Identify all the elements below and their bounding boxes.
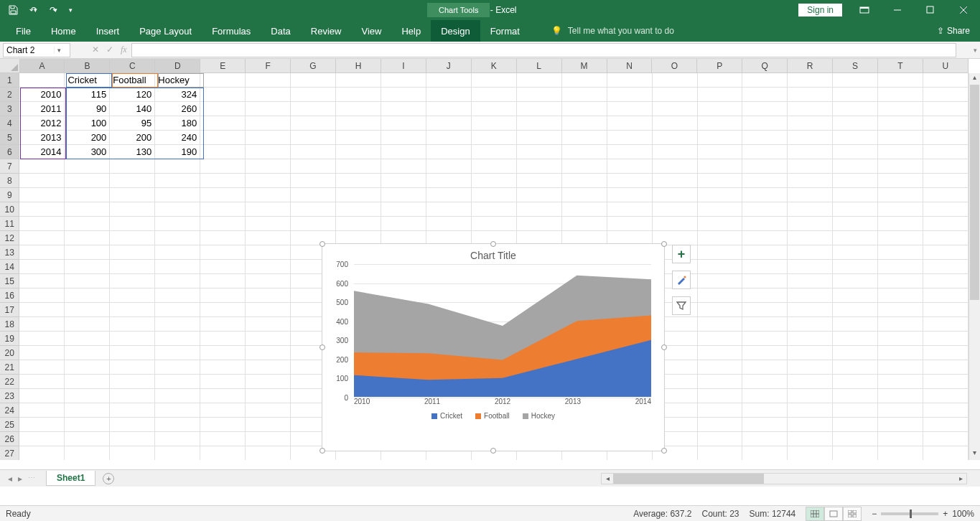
cell[interactable] xyxy=(426,131,472,145)
cell[interactable] xyxy=(200,102,246,116)
cell[interactable] xyxy=(110,403,155,418)
tab-view[interactable]: View xyxy=(351,20,391,42)
cell[interactable] xyxy=(336,102,381,116)
cell[interactable] xyxy=(562,145,607,159)
chart-filter-button[interactable] xyxy=(672,296,691,315)
cell[interactable] xyxy=(698,332,743,346)
cell[interactable] xyxy=(833,346,878,360)
cell[interactable] xyxy=(155,274,200,288)
cell[interactable] xyxy=(155,418,200,432)
cell[interactable] xyxy=(65,332,110,346)
cell[interactable] xyxy=(291,188,336,202)
sheet-nav-more-icon[interactable]: ⋯ xyxy=(26,474,37,484)
cell[interactable]: 115 xyxy=(65,88,110,102)
cell[interactable] xyxy=(155,389,200,403)
row-header[interactable]: 17 xyxy=(0,303,19,317)
cell[interactable] xyxy=(833,102,878,116)
cell[interactable] xyxy=(833,73,878,88)
cell[interactable] xyxy=(607,102,653,116)
cell[interactable] xyxy=(698,418,743,432)
cell[interactable] xyxy=(200,88,246,102)
cell[interactable] xyxy=(833,159,878,174)
horizontal-scrollbar[interactable]: ◂ ▸ xyxy=(601,473,967,484)
cell[interactable] xyxy=(923,145,969,159)
cell[interactable] xyxy=(110,288,155,303)
cell[interactable] xyxy=(381,202,426,217)
cell[interactable] xyxy=(65,188,110,202)
cell[interactable] xyxy=(246,288,291,303)
cell[interactable] xyxy=(381,188,426,202)
cell[interactable]: Cricket xyxy=(65,73,110,88)
cell[interactable] xyxy=(155,303,200,317)
cell[interactable] xyxy=(110,274,155,288)
cell[interactable] xyxy=(200,303,246,317)
cell[interactable] xyxy=(65,202,110,217)
cell[interactable]: 2010 xyxy=(19,88,65,102)
name-box-dropdown-icon[interactable]: ▾ xyxy=(54,47,64,54)
cell[interactable] xyxy=(923,245,969,260)
cell[interactable] xyxy=(426,174,472,188)
zoom-slider[interactable] xyxy=(881,512,938,515)
cell[interactable]: 260 xyxy=(155,102,200,116)
cell[interactable] xyxy=(742,332,788,346)
cell[interactable] xyxy=(788,245,833,260)
cell[interactable] xyxy=(698,131,743,145)
resize-handle[interactable] xyxy=(661,448,667,454)
cell[interactable] xyxy=(562,202,607,217)
cell[interactable] xyxy=(155,346,200,360)
cell[interactable] xyxy=(742,317,788,332)
cell[interactable] xyxy=(19,403,65,418)
cell[interactable] xyxy=(200,159,246,174)
cell[interactable]: 120 xyxy=(110,88,155,102)
cell[interactable] xyxy=(110,389,155,403)
cell[interactable] xyxy=(698,389,743,403)
row-header[interactable]: 7 xyxy=(0,159,19,174)
cell[interactable] xyxy=(742,174,788,188)
cell[interactable] xyxy=(923,288,969,303)
cell[interactable] xyxy=(472,145,517,159)
share-button[interactable]: ⇪ Share xyxy=(937,20,970,42)
cell[interactable] xyxy=(562,73,607,88)
cell[interactable] xyxy=(246,217,291,231)
cell[interactable] xyxy=(110,159,155,174)
cell[interactable] xyxy=(246,102,291,116)
cell[interactable] xyxy=(19,217,65,231)
cell[interactable] xyxy=(110,375,155,389)
add-sheet-button[interactable]: + xyxy=(103,473,114,484)
tab-page-layout[interactable]: Page Layout xyxy=(129,20,202,42)
cell[interactable] xyxy=(155,245,200,260)
cell[interactable] xyxy=(698,217,743,231)
cell[interactable] xyxy=(155,174,200,188)
cell[interactable] xyxy=(878,332,923,346)
cell[interactable] xyxy=(878,403,923,418)
cell[interactable] xyxy=(246,174,291,188)
row-header[interactable]: 23 xyxy=(0,389,19,403)
cell[interactable] xyxy=(200,375,246,389)
cell[interactable] xyxy=(833,202,878,217)
cell[interactable] xyxy=(788,274,833,288)
chart-legend[interactable]: CricketFootballHockey xyxy=(322,408,664,424)
cell[interactable] xyxy=(607,159,653,174)
cell[interactable] xyxy=(788,260,833,274)
cell[interactable] xyxy=(742,389,788,403)
row-header[interactable]: 4 xyxy=(0,116,19,131)
cell[interactable] xyxy=(833,360,878,375)
cell[interactable] xyxy=(833,231,878,245)
cell[interactable] xyxy=(426,73,472,88)
ribbon-options-icon[interactable] xyxy=(848,0,881,20)
cell[interactable] xyxy=(246,202,291,217)
cell[interactable] xyxy=(65,245,110,260)
cell[interactable] xyxy=(110,202,155,217)
cell[interactable] xyxy=(833,174,878,188)
zoom-level[interactable]: 100% xyxy=(952,509,974,519)
cell[interactable]: 180 xyxy=(155,116,200,131)
column-header[interactable]: N xyxy=(607,59,653,73)
cell[interactable] xyxy=(607,174,653,188)
resize-handle[interactable] xyxy=(661,344,667,350)
minimize-icon[interactable] xyxy=(881,0,914,20)
cell[interactable] xyxy=(426,145,472,159)
cell[interactable] xyxy=(833,274,878,288)
cell[interactable] xyxy=(110,346,155,360)
tab-review[interactable]: Review xyxy=(301,20,352,42)
cell[interactable] xyxy=(698,288,743,303)
